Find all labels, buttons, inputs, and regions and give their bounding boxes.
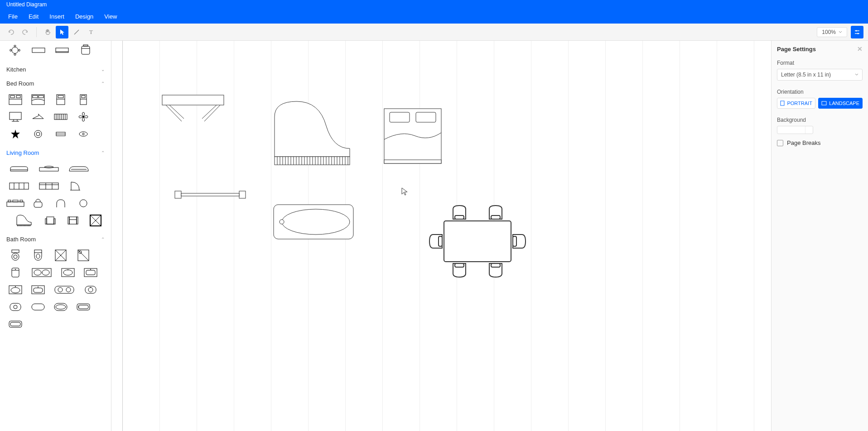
svg-point-3 [856,30,857,31]
text-tool[interactable]: T [85,26,97,38]
svg-rect-183 [781,101,784,105]
category-kitchen[interactable]: Kitchen ⌄ [0,62,111,77]
shape-round-table[interactable] [6,43,24,57]
zoom-select[interactable]: 100% [817,27,847,37]
shape-sink-2[interactable] [82,266,100,279]
shape-basin-2[interactable] [6,301,24,313]
shape-hanger[interactable] [29,110,47,123]
page-breaks-checkbox[interactable] [777,140,783,146]
menu-insert[interactable]: Insert [44,13,70,20]
canvas-shape-barbell[interactable] [174,189,246,200]
category-bathroom[interactable]: Bath Room ⌃ [0,232,111,246]
landscape-button[interactable]: LANDSCAPE [818,98,863,109]
undo-icon [7,29,14,36]
category-bathroom-label: Bath Room [6,236,36,243]
shape-tub-1[interactable] [29,301,47,313]
shape-drawer[interactable] [52,128,70,140]
shape-toilet-1[interactable] [6,249,24,262]
shape-sink-double[interactable] [29,266,54,279]
shape-sofa-1[interactable] [6,163,32,175]
svg-rect-28 [82,96,85,98]
canvas-shape-dining-table[interactable] [428,203,527,280]
background-color-picker[interactable] [777,126,813,134]
format-select[interactable]: Letter (8.5 in x 11 in) [777,69,863,81]
svg-point-121 [88,287,93,292]
canvas-shape-ironing-board[interactable] [161,94,225,126]
shape-tub-3[interactable] [74,301,92,313]
close-icon[interactable]: ✕ [857,45,863,53]
menu-view[interactable]: View [99,13,122,20]
shape-desk[interactable] [30,43,47,57]
svg-rect-18 [10,96,14,98]
shape-door[interactable] [66,180,84,192]
shape-sink-small[interactable] [6,266,24,279]
shape-appliance[interactable] [77,43,94,57]
svg-point-6 [12,47,18,53]
shape-radiator[interactable] [52,110,70,123]
page-breaks-row[interactable]: Page Breaks [777,139,863,146]
shape-shower-2[interactable] [74,249,92,262]
title-bar: Untitled Diagram [0,0,868,9]
svg-rect-102 [32,268,51,277]
shape-bed-double-2[interactable] [29,93,47,106]
shape-cabinet-1[interactable] [6,180,32,192]
shape-sofa-2[interactable] [36,163,62,175]
select-tool[interactable] [56,26,68,38]
shape-platform[interactable] [53,43,71,57]
shape-eye[interactable] [74,128,92,140]
pan-tool[interactable] [41,26,54,38]
shape-bed-single-narrow[interactable] [74,93,92,106]
shape-piano[interactable] [11,214,37,227]
shape-tub-2[interactable] [52,301,70,313]
canvas[interactable] [111,41,771,431]
svg-rect-83 [68,217,69,224]
shape-handbag[interactable] [29,197,47,210]
shape-circle[interactable] [74,197,92,210]
shape-shower-1[interactable] [52,249,70,262]
svg-rect-138 [275,157,350,165]
redo-button[interactable] [19,26,32,38]
shape-tub-4[interactable] [6,318,24,330]
shape-basin-double[interactable] [52,283,77,296]
shape-lamp[interactable] [29,128,47,140]
svg-line-0 [74,30,79,34]
shape-armchair-2[interactable] [64,214,82,227]
shape-phone[interactable] [6,197,24,210]
orientation-buttons: PORTRAIT LANDSCAPE [777,98,863,109]
svg-rect-11 [32,48,45,53]
shape-basin-1[interactable] [82,283,100,296]
canvas-shape-bathtub[interactable] [273,204,354,240]
chevron-down-icon [839,30,842,34]
category-bedroom[interactable]: Bed Room ⌃ [0,77,111,91]
category-livingroom[interactable]: Living Room ⌃ [0,146,111,160]
shape-sink-1[interactable] [59,266,77,279]
shape-armchair-1[interactable] [41,214,59,227]
shape-cabinet-2[interactable] [36,180,62,192]
canvas-shape-bed[interactable] [383,108,442,164]
shape-bed-double[interactable] [6,93,24,106]
bathroom-shapes [0,246,111,336]
shape-arch[interactable] [52,197,70,210]
undo-button[interactable] [5,26,17,38]
shape-tv[interactable] [6,110,24,123]
format-label: Format [777,60,863,66]
shape-sofa-3[interactable] [66,163,92,175]
portrait-button[interactable]: PORTRAIT [777,98,815,109]
shape-sink-4[interactable] [29,283,47,296]
shape-scroll[interactable]: Kitchen ⌄ Bed Room ⌃ [0,41,111,431]
shape-window[interactable] [87,214,105,227]
shape-row-top [0,41,111,62]
shape-bed-single[interactable] [52,93,70,106]
menu-design[interactable]: Design [70,13,99,20]
panel-toggle-button[interactable] [851,26,863,38]
shape-toilet-2[interactable] [29,249,47,262]
shape-sink-3[interactable] [6,283,24,296]
line-tool[interactable] [70,26,83,38]
shape-fan[interactable] [74,110,92,123]
svg-point-65 [80,200,87,207]
svg-rect-91 [34,250,42,253]
menu-edit[interactable]: Edit [23,13,44,20]
menu-file[interactable]: File [3,13,23,20]
canvas-shape-piano[interactable] [272,99,353,167]
shape-star[interactable] [6,128,24,140]
